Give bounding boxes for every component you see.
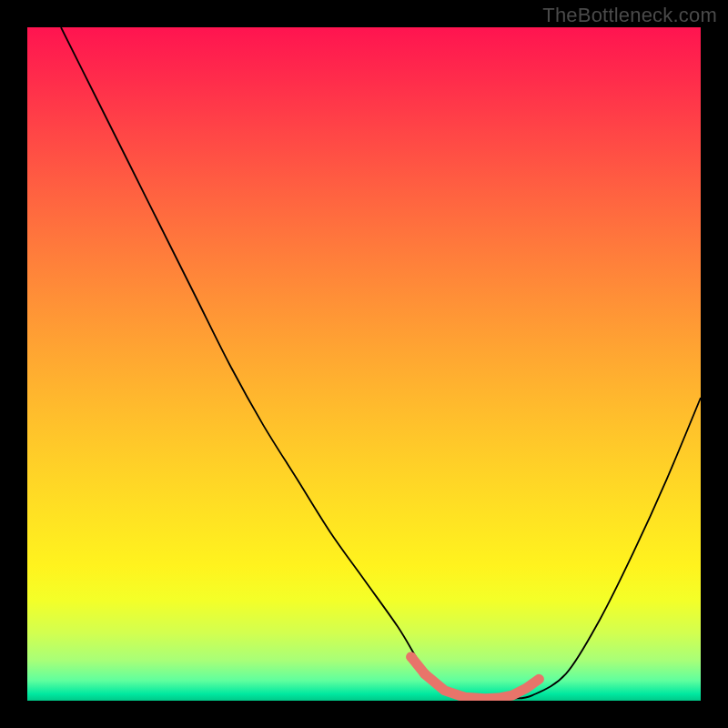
highlight-dot [420, 669, 430, 679]
watermark-text: TheBottleneck.com [542, 4, 717, 27]
highlight-underlay [411, 657, 540, 699]
chart-svg [27, 27, 701, 701]
bottleneck-curve-line [61, 27, 701, 701]
chart-plot-area [27, 27, 701, 701]
highlight-markers [406, 652, 539, 698]
highlight-dot [406, 652, 416, 662]
